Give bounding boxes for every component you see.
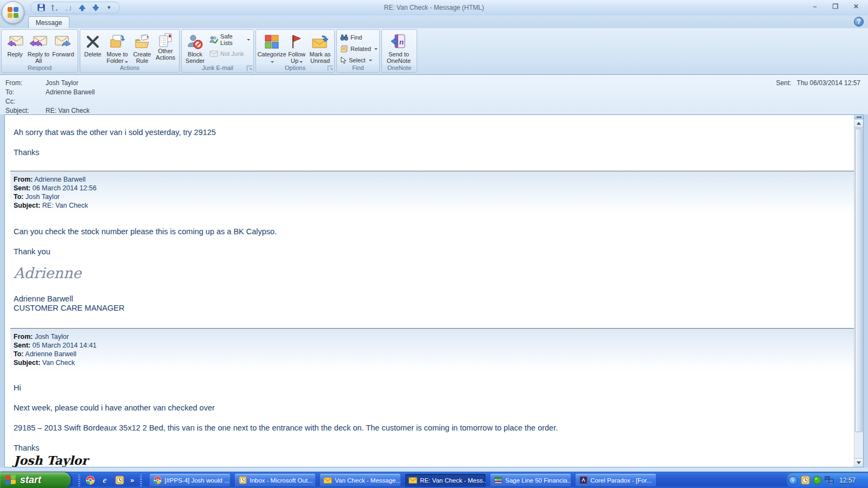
status-green-icon[interactable]: [813, 476, 821, 484]
forward-button[interactable]: Forward: [50, 31, 76, 65]
select-cursor-icon: [340, 56, 347, 64]
outlook-reminder-icon[interactable]: [801, 476, 810, 485]
titlebar: ▼ RE: Van Check - Message (HTML) – ❐ ✕: [0, 0, 868, 15]
group-options: Categorize Follow Up Mark as Unread Opti…: [256, 29, 335, 73]
create-rule-button[interactable]: Create Rule: [131, 31, 154, 65]
minimize-button[interactable]: –: [807, 2, 822, 11]
vertical-scrollbar[interactable]: [854, 115, 863, 467]
follow-up-button[interactable]: Follow Up: [286, 31, 308, 65]
select-button[interactable]: Select: [339, 55, 378, 66]
office-button[interactable]: [2, 1, 24, 24]
group-label-junk: Junk E-mail: [182, 65, 253, 72]
body-paragraph: Thanks: [14, 148, 854, 157]
reply-envelope-icon: [7, 33, 24, 51]
help-button[interactable]: ?: [854, 17, 864, 27]
taskbar-button-pps4[interactable]: [#PPS-4] Josh would ...: [150, 474, 230, 487]
chevron-down-icon: [125, 61, 128, 63]
outlook-icon[interactable]: [114, 476, 124, 485]
body-paragraph: Ah sorry that was the other van i sold y…: [14, 128, 854, 137]
close-button[interactable]: ✕: [848, 2, 864, 11]
reply-to-all-button[interactable]: Reply to All: [27, 31, 50, 65]
chrome-icon[interactable]: [85, 476, 95, 485]
tab-message[interactable]: Message: [28, 16, 69, 28]
taskbar-button-re-van-check[interactable]: RE: Van Check - Mess...: [405, 474, 486, 487]
restore-button[interactable]: ❐: [828, 2, 843, 11]
categorize-squares-icon: [264, 33, 279, 51]
scrollbar-split-handle[interactable]: [854, 115, 863, 119]
network-icon[interactable]: [825, 476, 834, 484]
chevron-down-icon: [374, 48, 378, 50]
taskbar-button-van-check[interactable]: Van Check - Message...: [320, 474, 400, 487]
categorize-button[interactable]: Categorize: [258, 31, 286, 65]
reply-button[interactable]: Reply: [3, 31, 27, 65]
chrome-icon: [153, 476, 162, 485]
paradox-icon: [579, 476, 588, 485]
block-sender-icon: [187, 33, 203, 51]
options-dialog-launcher-icon[interactable]: ↘: [328, 66, 333, 71]
body-paragraph: Can you check the stock number please th…: [14, 227, 854, 236]
system-tray: ‹ 12:57: [786, 472, 868, 488]
taskbar-button-inbox[interactable]: Inbox - Microsoft Out...: [235, 474, 315, 487]
group-actions: Delete Move to Folder Create Rule: [80, 29, 180, 73]
message-body[interactable]: Ah sorry that was the other van i sold y…: [4, 114, 864, 467]
scroll-down-button[interactable]: [854, 458, 863, 467]
sent-value: Thu 06/03/2014 12:57: [797, 79, 860, 87]
scroll-up-button[interactable]: [854, 119, 863, 128]
body-paragraph: Hi: [14, 383, 854, 392]
to-label: To:: [5, 88, 46, 98]
group-label-options: Options: [256, 65, 334, 72]
mail-envelope-icon: [409, 476, 417, 485]
block-sender-button[interactable]: Block Sender: [183, 31, 207, 65]
reply-all-envelope-icon: [29, 33, 48, 51]
related-button[interactable]: Related: [339, 43, 378, 54]
taskbar-button-sage[interactable]: sage Sage Line 50 Financia...: [490, 474, 571, 487]
group-label-find: Find: [337, 65, 379, 72]
send-to-onenote-button[interactable]: n Send to OneNote: [384, 31, 414, 65]
message-text: Ah sorry that was the other van i sold y…: [5, 115, 854, 467]
group-junk: Block Sender Safe Lists Not Junk: [181, 29, 254, 73]
signature-script: Josh Taylor: [14, 453, 854, 467]
quick-launch-handle[interactable]: [140, 474, 142, 486]
body-paragraph: Thanks: [14, 444, 854, 452]
folder-move-icon: [109, 33, 125, 51]
safe-lists-button[interactable]: Safe Lists: [208, 34, 252, 45]
group-onenote: n Send to OneNote OneNote: [381, 29, 417, 73]
task-buttons: [#PPS-4] Josh would ... Inbox - Microsof…: [150, 474, 656, 487]
group-label-actions: Actions: [80, 65, 179, 72]
mark-as-unread-button[interactable]: Mark as Unread: [308, 31, 333, 65]
internet-explorer-icon[interactable]: e: [100, 476, 110, 485]
move-to-folder-button[interactable]: Move to Folder: [104, 31, 131, 65]
not-junk-envelope-icon: [209, 50, 218, 57]
quoted-header-1: From: Adrienne Barwell Sent: 06 March 20…: [10, 171, 854, 215]
scrollbar-thumb[interactable]: [855, 129, 863, 432]
signature-script: Adrienne: [14, 265, 854, 281]
body-paragraph: 29185 – 2013 Swift Bordeaux 35x12 2 Bed,…: [14, 423, 854, 432]
delete-x-icon: [86, 33, 100, 51]
svg-text:n: n: [399, 37, 404, 46]
junk-dialog-launcher-icon[interactable]: ↘: [247, 66, 252, 71]
body-paragraph: Next week, please could i have another v…: [14, 403, 854, 412]
document-actions-icon: [158, 33, 173, 48]
outlook-message-window: ▼ RE: Van Check - Message (HTML) – ❐ ✕ M…: [0, 0, 868, 488]
quick-launch-overflow-chevron[interactable]: »: [129, 476, 135, 484]
not-junk-button[interactable]: Not Junk: [208, 48, 252, 59]
chevron-down-icon: [271, 61, 274, 63]
to-value: Adrienne Barwell: [46, 88, 95, 98]
ribbon-tab-row: Message ?: [0, 15, 868, 28]
mark-unread-envelope-icon: [311, 33, 329, 51]
quoted-header-2: From: Josh Taylor Sent: 05 March 2014 14…: [10, 328, 854, 373]
tray-chevron-icon[interactable]: ‹: [789, 476, 797, 485]
taskbar-button-paradox[interactable]: Corel Paradox - [For...: [576, 474, 656, 487]
chevron-down-icon: [247, 39, 250, 41]
office-logo-icon: [8, 7, 18, 18]
signature-name: Adrienne BarwellCUSTOMER CARE MANAGER: [14, 294, 854, 313]
desktop-gap: [0, 467, 868, 472]
delete-button[interactable]: Delete: [82, 31, 104, 65]
other-actions-button[interactable]: Other Actions: [154, 31, 177, 65]
chevron-down-icon: [369, 60, 372, 61]
start-button[interactable]: start: [0, 472, 71, 488]
mail-envelope-icon: [323, 476, 332, 485]
quick-launch-handle[interactable]: [78, 474, 80, 486]
group-label-onenote: OneNote: [382, 65, 417, 72]
find-button[interactable]: Find: [339, 32, 378, 43]
